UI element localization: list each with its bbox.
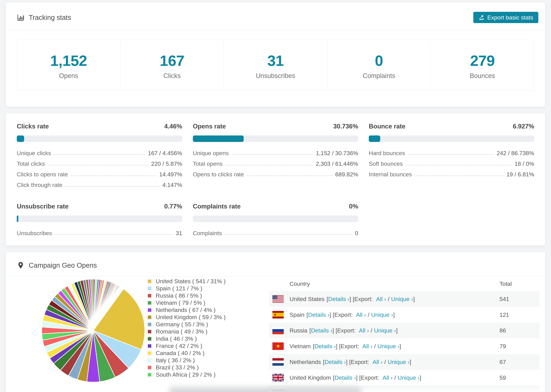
country-name: United Kingdom xyxy=(290,374,331,381)
legend-item[interactable]: Canada ( 40 / 2% ) xyxy=(147,350,269,356)
details-link[interactable]: Details › xyxy=(325,359,346,365)
export-all-link[interactable]: All › xyxy=(362,343,373,350)
stat-label: Clicks xyxy=(122,72,222,79)
legend-item[interactable]: Russia ( 86 / 5% ) xyxy=(147,293,269,298)
legend-item[interactable]: Brazil ( 33 / 2% ) xyxy=(147,365,269,370)
rate-detail-value: 0 xyxy=(355,230,358,236)
row-links: [Details ›] [Export: All ›/Unique ›] xyxy=(325,296,415,302)
row-total: 79 xyxy=(500,343,540,350)
row-main: Russia [Details ›] [Export: All ›/Unique… xyxy=(290,327,500,334)
bracket-open: [ xyxy=(326,296,328,302)
details-link[interactable]: Details › xyxy=(311,327,332,334)
geo-table: Country Total United States [Details ›] … xyxy=(269,276,540,392)
dotted-leader xyxy=(225,165,313,165)
rate-detail-row: Hard bounces 242 / 86.738% xyxy=(369,150,534,156)
legend-item[interactable]: South Africa ( 29 / 2% ) xyxy=(147,372,269,378)
rate-title: Unsubscribe rate xyxy=(17,203,68,210)
page-title: Tracking stats xyxy=(17,14,71,21)
geo-title: Campaign Geo Opens xyxy=(17,261,97,269)
legend-item[interactable]: United Kingdom ( 59 / 3% ) xyxy=(147,314,269,320)
export-unique-link[interactable]: Unique › xyxy=(388,359,410,365)
legend-item[interactable]: France ( 42 / 2% ) xyxy=(147,343,269,349)
export-unique-link[interactable]: Unique › xyxy=(377,343,400,350)
legend-item[interactable]: Italy ( 36 / 2% ) xyxy=(147,357,269,363)
details-link[interactable]: Details › xyxy=(315,343,336,350)
export-all-link[interactable]: All › xyxy=(376,296,386,302)
dotted-leader xyxy=(71,175,156,176)
country-name: Netherlands xyxy=(290,359,321,365)
export-all-link[interactable]: All › xyxy=(359,327,369,334)
rate-value: 30.736% xyxy=(333,123,358,130)
legend-item[interactable]: Netherlands ( 67 / 4% ) xyxy=(147,307,269,313)
details-link[interactable]: Details › xyxy=(308,311,329,318)
legend-item[interactable]: Germany ( 55 / 3% ) xyxy=(147,322,269,327)
rate-head: Opens rate 30.736% xyxy=(193,123,358,130)
row-links: [Details ›] [Export: All ›/Unique ›] xyxy=(307,327,398,334)
export-unique-link[interactable]: Unique › xyxy=(374,327,396,334)
bar-chart-icon xyxy=(17,14,25,21)
details-link[interactable]: Details › xyxy=(335,374,356,381)
progress-track xyxy=(193,216,358,222)
slash-separator: / xyxy=(374,343,376,350)
rate-detail-row: Total clicks 220 / 5.87% xyxy=(17,161,182,167)
rate-rows: Unique opens 1,152 / 30.736% Total opens… xyxy=(193,150,358,177)
rate-detail-row: Clicks to opens rate 14.497% xyxy=(17,171,182,177)
slash-separator: / xyxy=(371,327,372,334)
export-unique-link[interactable]: Unique › xyxy=(371,311,393,318)
export-basic-stats-button[interactable]: Export basic stats xyxy=(473,12,538,23)
legend-item[interactable]: Vietnam ( 79 / 5% ) xyxy=(147,300,269,306)
country-flag xyxy=(272,358,284,366)
bracket-close: ] xyxy=(396,327,397,334)
geo-title-text: Campaign Geo Opens xyxy=(29,261,97,269)
legend-label: Brazil ( 33 / 2% ) xyxy=(156,364,199,371)
legend-swatch xyxy=(147,351,152,356)
row-total: 59 xyxy=(500,374,540,381)
legend-item[interactable]: United States ( 541 / 31% ) xyxy=(147,279,269,284)
geo-header: Campaign Geo Opens xyxy=(6,252,545,276)
rate-detail-label: Total opens xyxy=(193,161,223,167)
rate-detail-value: 4.147% xyxy=(162,182,182,188)
rate-detail-label: Clicks to opens rate xyxy=(17,171,68,177)
stat-value: 1,152 xyxy=(19,52,119,70)
rate-detail-value: 167 / 4.456% xyxy=(148,150,182,156)
rate-section: Opens rate 30.736% Unique opens 1,152 / … xyxy=(193,123,358,192)
row-links: [Details ›] [Export: All ›/Unique ›] xyxy=(304,311,395,318)
progress-fill xyxy=(193,135,244,142)
dotted-leader xyxy=(54,154,145,155)
table-row: United States [Details ›] [Export: All ›… xyxy=(269,291,540,307)
rate-rows: Unsubscribes 31 xyxy=(17,230,182,236)
rate-detail-label: Internal bounces xyxy=(369,171,412,177)
export-unique-link[interactable]: Unique › xyxy=(398,374,420,381)
dotted-leader xyxy=(415,175,504,176)
bracket-export: ] [Export: xyxy=(336,343,359,350)
rate-detail-row: Unsubscribes 31 xyxy=(17,230,182,236)
rate-title: Bounce rate xyxy=(369,123,405,130)
table-row: United Kingdom [Details ›] [Export: All … xyxy=(269,370,540,385)
table-row: Netherlands [Details ›] [Export: All ›/U… xyxy=(269,354,540,370)
export-basic-stats-label: Export basic stats xyxy=(487,14,533,21)
legend-item[interactable]: Romania ( 49 / 3% ) xyxy=(147,329,269,334)
legend-label: Canada ( 40 / 2% ) xyxy=(156,350,205,357)
rate-detail-row: Complaints 0 xyxy=(193,230,358,236)
legend-label: Germany ( 55 / 3% ) xyxy=(156,321,208,328)
dotted-leader xyxy=(406,165,512,165)
legend-label: South Africa ( 29 / 2% ) xyxy=(156,371,216,378)
legend-swatch xyxy=(147,365,152,370)
export-all-link[interactable]: All › xyxy=(383,374,393,381)
export-all-link[interactable]: All › xyxy=(356,311,366,318)
row-links: [Details ›] [Export: All ›/Unique ›] xyxy=(331,374,421,381)
stat-box: 167 Clicks xyxy=(120,40,224,90)
export-all-link[interactable]: All › xyxy=(373,359,383,365)
table-row: Russia [Details ›] [Export: All ›/Unique… xyxy=(269,322,540,338)
dotted-leader xyxy=(408,154,494,155)
row-main: United Kingdom [Details ›] [Export: All … xyxy=(290,374,500,381)
country-flag xyxy=(272,311,284,318)
details-link[interactable]: Details › xyxy=(328,296,350,302)
legend-item[interactable]: Spain ( 121 / 7% ) xyxy=(147,286,269,291)
geo-pie-wrap xyxy=(17,276,147,385)
rate-section: Unsubscribe rate 0.77% Unsubscribes 31 xyxy=(17,203,182,240)
legend-item[interactable]: India ( 46 / 3% ) xyxy=(147,336,269,342)
export-unique-link[interactable]: Unique › xyxy=(391,296,413,302)
legend-label: Spain ( 121 / 7% ) xyxy=(156,285,202,292)
column-header-country: Country xyxy=(290,280,500,287)
